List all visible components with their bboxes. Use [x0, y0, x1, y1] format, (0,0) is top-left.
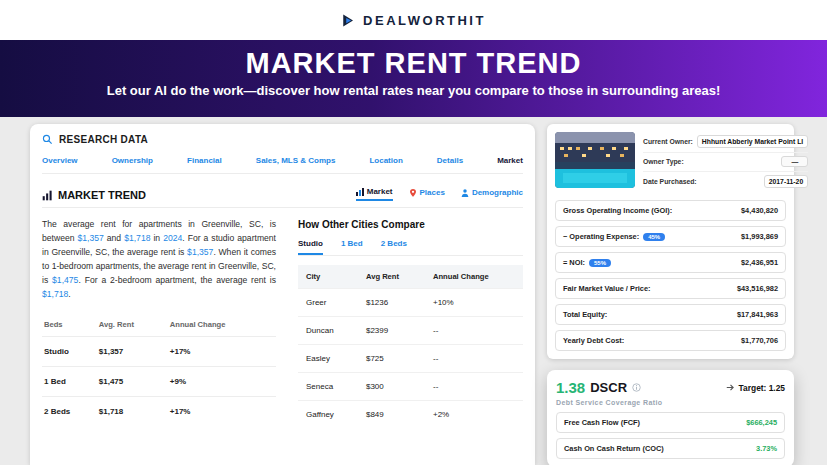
change-cell: +17% [168, 336, 276, 366]
owner-type-button[interactable]: — [781, 156, 808, 167]
rent-cell: $1,475 [97, 366, 168, 396]
operating-expense-row: − Operating Expense: 45% $1,993,869 [555, 226, 786, 247]
yearly-debt-cost-value: $1,770,706 [741, 336, 778, 345]
total-equity-value: $17,841,963 [737, 310, 778, 319]
current-owner-label: Current Owner: [643, 138, 693, 145]
view-tab-places[interactable]: Places [409, 187, 445, 201]
banner-subtitle: Let our AI do the work—discover how rent… [0, 83, 827, 98]
coc-label: Cash On Cash Return (COC) [564, 444, 664, 453]
change-cell: -- [425, 345, 523, 373]
tab-details[interactable]: Details [437, 156, 463, 165]
tab-ownership[interactable]: Ownership [112, 156, 153, 165]
beds-cell: Studio [42, 336, 97, 366]
tab-sales-mls-comps[interactable]: Sales, MLS & Comps [256, 156, 336, 165]
research-data-title: RESEARCH DATA [59, 134, 148, 145]
property-summary-card: Current Owner: Hhhunt Abberly Market Poi… [547, 124, 794, 359]
table-row: Studio $1,357 +17% [42, 336, 276, 366]
table-row: 1 Bed $1,475 +9% [42, 366, 276, 396]
view-tab-market-label: Market [367, 187, 393, 196]
fcf-value: $666,245 [746, 418, 777, 427]
market-trend-header: MARKET TREND Market [42, 187, 523, 208]
fair-market-value-label: Fair Market Value / Price: [563, 284, 651, 293]
city-cell: Seneca [298, 373, 358, 401]
avg-rent-header: Avg. Rent [97, 313, 168, 337]
fair-market-value-value: $43,516,982 [737, 284, 778, 293]
operating-expense-label: − Operating Expense: [563, 232, 639, 241]
rent-cell: $849 [358, 401, 425, 429]
noi-badge: 55% [589, 259, 611, 267]
property-photo [555, 132, 635, 188]
yearly-debt-cost-label: Yearly Debt Cost: [563, 336, 624, 345]
city-cell: Easley [298, 345, 358, 373]
rent-cell: $300 [358, 373, 425, 401]
rent-cell: $1236 [358, 289, 425, 317]
noi-row: = NOI: 55% $2,436,951 [555, 252, 786, 273]
dealworthit-logo-icon [341, 13, 356, 28]
annual-change-header: Annual Change [168, 313, 276, 337]
beds-rent-table: Beds Avg. Rent Annual Change Studio $1,3… [42, 313, 276, 426]
info-icon[interactable] [632, 383, 641, 392]
date-purchased-label: Date Purchased: [643, 178, 697, 185]
compare-tab-2beds[interactable]: 2 Beds [381, 239, 407, 255]
table-row: 2 Beds $1,718 +17% [42, 396, 276, 426]
beds-cell: 2 Beds [42, 396, 97, 426]
noi-value: $2,436,951 [741, 258, 778, 267]
chart-icon [356, 188, 364, 196]
change-cell: +17% [168, 396, 276, 426]
rent-cell: $725 [358, 345, 425, 373]
rent-cell: $1,718 [97, 396, 168, 426]
city-compare-table: City Avg Rent Annual Change Greer $1236 … [298, 265, 523, 428]
table-row: Greer $1236 +10% [298, 289, 523, 317]
avg-rent-header: Avg Rent [358, 265, 425, 289]
dscr-card: 1.38 DSCR Target: 1.25 Debt Service Cove… [547, 370, 794, 465]
goi-row: Gross Operating Income (GOI): $4,430,820 [555, 200, 786, 221]
beds-table-header-row: Beds Avg. Rent Annual Change [42, 313, 276, 337]
total-equity-row: Total Equity: $17,841,963 [555, 304, 786, 325]
dscr-label: DSCR [590, 380, 627, 395]
coc-row: Cash On Cash Return (COC) 3.73% [556, 438, 785, 459]
tab-financial[interactable]: Financial [187, 156, 222, 165]
view-tab-demographic[interactable]: Demographic [461, 187, 523, 201]
operating-expense-badge: 45% [643, 233, 665, 241]
view-tab-demographic-label: Demographic [472, 188, 523, 197]
beds-header: Beds [42, 313, 97, 337]
change-cell: +9% [168, 366, 276, 396]
fcf-label: Free Cash Flow (FCF) [564, 418, 640, 427]
owner-type-label: Owner Type: [643, 158, 684, 165]
research-data-panel: RESEARCH DATA Overview Ownership Financi… [30, 124, 535, 465]
person-icon [461, 189, 469, 197]
date-purchased-row: Date Purchased: 2017-11-20 [643, 172, 808, 192]
financial-summary-list: Gross Operating Income (GOI): $4,430,820… [555, 200, 786, 351]
compare-tab-1bed[interactable]: 1 Bed [341, 239, 363, 255]
market-trend-title: MARKET TREND [58, 189, 146, 201]
compare-tabs: Studio 1 Bed 2 Beds [298, 239, 523, 256]
compare-title: How Other Cities Compare [298, 219, 523, 230]
brand-name: DEALWORTHIT [363, 13, 486, 28]
table-row: Seneca $300 -- [298, 373, 523, 401]
table-row: Duncan $2399 -- [298, 317, 523, 345]
noi-label: = NOI: [563, 258, 585, 267]
fair-market-value-row: Fair Market Value / Price: $43,516,982 [555, 278, 786, 299]
goi-value: $4,430,820 [741, 206, 778, 215]
tab-market[interactable]: Market [497, 156, 523, 165]
banner-title: MARKET RENT TREND [0, 47, 827, 80]
compare-header-row: City Avg Rent Annual Change [298, 265, 523, 289]
view-tab-market[interactable]: Market [356, 187, 393, 201]
view-tab-places-label: Places [420, 188, 445, 197]
dscr-subtitle: Debt Service Coverage Ratio [556, 399, 785, 406]
dealworthit-logo[interactable]: DEALWORTHIT [341, 13, 486, 28]
owner-type-row: Owner Type: — [643, 153, 808, 172]
tab-location[interactable]: Location [369, 156, 402, 165]
change-cell: +10% [425, 289, 523, 317]
rent-cell: $1,357 [97, 336, 168, 366]
tab-overview[interactable]: Overview [42, 156, 78, 165]
city-cell: Greer [298, 289, 358, 317]
current-owner-value[interactable]: Hhhunt Abberly Market Point LI [697, 135, 808, 148]
yearly-debt-cost-row: Yearly Debt Cost: $1,770,706 [555, 330, 786, 351]
market-summary-paragraph: The average rent for apartments in Green… [42, 218, 276, 302]
operating-expense-value: $1,993,869 [741, 232, 778, 241]
change-cell: +2% [425, 401, 523, 429]
search-icon[interactable] [42, 134, 53, 145]
compare-tab-studio[interactable]: Studio [298, 239, 323, 255]
change-cell: -- [425, 317, 523, 345]
